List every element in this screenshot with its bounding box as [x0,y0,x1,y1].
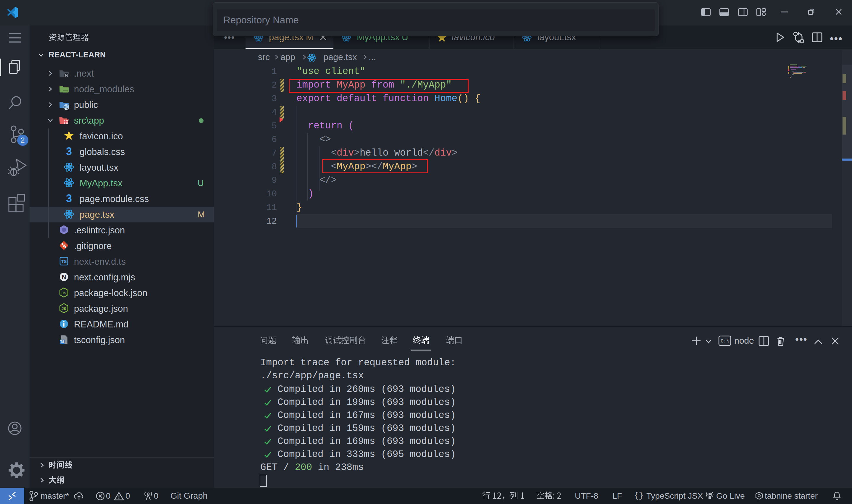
svg-text:JS: JS [61,291,66,295]
svg-text:TS: TS [61,259,67,264]
svg-text:JS: JS [61,306,66,311]
svg-text:3: 3 [66,146,72,157]
svg-text:TS: TS [60,340,64,343]
svg-text:3: 3 [66,194,72,203]
svg-text:C:\: C:\ [721,339,729,344]
svg-text:N: N [62,274,66,280]
